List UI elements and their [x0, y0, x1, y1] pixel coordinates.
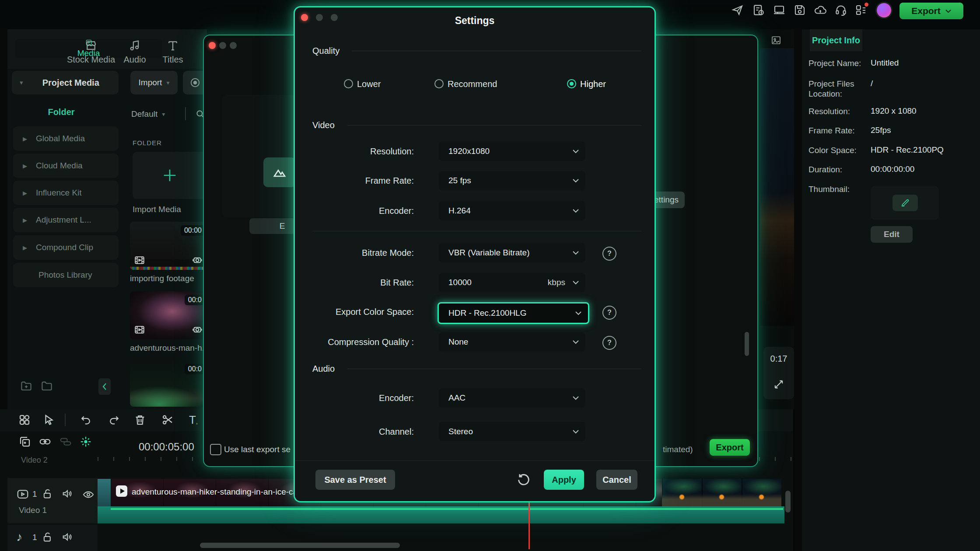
undo-icon[interactable] — [79, 413, 92, 426]
speaker-icon[interactable] — [61, 488, 74, 500]
resolution-select[interactable]: 1920x1080 — [439, 142, 585, 161]
folder-icon[interactable] — [40, 380, 53, 393]
radio-label[interactable]: Lower — [357, 79, 381, 89]
save-as-preset-button[interactable]: Save as Preset — [315, 470, 395, 490]
zoom-window-button[interactable] — [230, 42, 237, 49]
timeline-clip-aurora[interactable] — [662, 479, 781, 506]
radio-lower[interactable] — [344, 79, 353, 88]
help-icon[interactable]: ? — [602, 336, 616, 350]
fullscreen-expand-icon[interactable] — [773, 378, 785, 391]
dialog-scrollbar[interactable] — [745, 332, 749, 356]
collapse-panel-button[interactable] — [98, 378, 111, 395]
vertical-scrollbar[interactable] — [785, 491, 791, 513]
frame-rate-select[interactable]: 25 fps — [439, 171, 585, 190]
help-icon[interactable]: ? — [602, 247, 616, 261]
row-label: Channel: — [295, 427, 414, 437]
link-clip-icon[interactable] — [38, 435, 52, 448]
bit-rate-unit[interactable]: kbps — [548, 278, 565, 287]
section-video: Video — [312, 120, 335, 130]
elements-grid-icon[interactable] — [18, 413, 31, 426]
caret-right-icon: ▶ — [23, 190, 27, 196]
radio-label[interactable]: Recommend — [448, 79, 497, 89]
header-export-button[interactable]: Export — [900, 3, 963, 19]
media-panel: Media Stock Media Audio Titles Tran ▾ Pr… — [7, 29, 207, 409]
caret-right-icon: ▶ — [23, 163, 27, 169]
media-item-thumbnail[interactable]: 00:0 — [130, 291, 207, 339]
media-item-name: adventurous-man-h... — [130, 343, 207, 353]
save-icon[interactable] — [793, 3, 806, 17]
sort-dropdown[interactable]: Default ▾ — [131, 109, 165, 119]
keyframe-marker-icon[interactable] — [79, 435, 92, 448]
radio-label[interactable]: Higher — [580, 79, 606, 89]
audio-encoder-select[interactable]: AAC — [439, 388, 585, 408]
import-dropdown[interactable]: Import ▾ — [130, 71, 178, 94]
bit-rate-input[interactable]: 10000 kbps — [439, 273, 585, 292]
folder-subtab[interactable]: Folder — [26, 107, 96, 117]
export-confirm-button[interactable]: Export — [710, 439, 750, 456]
chevron-down-icon — [572, 178, 579, 183]
select-value: AAC — [448, 393, 466, 403]
close-window-button[interactable] — [209, 42, 216, 49]
lock-open-icon[interactable] — [42, 531, 54, 543]
info-value: 25fps — [871, 126, 891, 135]
task-list-icon[interactable] — [752, 3, 765, 17]
project-media-dropdown[interactable]: ▾ Project Media — [12, 71, 119, 94]
lock-open-icon[interactable] — [42, 488, 54, 500]
photo-icon[interactable] — [770, 35, 782, 45]
media-item-thumbnail[interactable]: 00:00 — [130, 222, 207, 270]
clip-fragment[interactable] — [98, 479, 111, 506]
sidebar-item-adjustment-layer[interactable]: ▶ Adjustment L... — [13, 208, 119, 232]
radio-higher[interactable] — [567, 79, 576, 88]
folder-column-header: FOLDER — [133, 139, 162, 146]
export-color-space-select[interactable]: HDR - Rec.2100HLG — [438, 302, 589, 324]
delete-trash-icon[interactable] — [133, 413, 147, 426]
divider — [65, 414, 66, 426]
device-icon[interactable] — [773, 3, 786, 17]
row-label: Encoder: — [295, 393, 414, 403]
help-icon[interactable]: ? — [602, 306, 616, 320]
clip-play-icon[interactable] — [116, 485, 127, 497]
edit-thumbnail-button[interactable] — [892, 195, 918, 211]
section-divider — [347, 369, 641, 369]
info-label: Color Space: — [808, 145, 869, 155]
edit-button[interactable]: Edit — [871, 226, 913, 243]
audio-icon — [128, 39, 141, 52]
import-media-tile[interactable] — [133, 152, 207, 199]
sidebar-item-compound-clip[interactable]: ▶ Compound Clip — [13, 235, 119, 260]
sidebar-item-global-media[interactable]: ▶ Global Media — [13, 126, 119, 151]
apply-button[interactable]: Apply — [544, 470, 584, 490]
row-label: Compression Quality : — [295, 337, 414, 347]
compression-quality-select[interactable]: None — [439, 332, 585, 352]
duplicate-clip-icon[interactable] — [18, 435, 32, 448]
bit-rate-value: 10000 — [448, 278, 472, 287]
sidebar-item-photos-library[interactable]: Photos Library — [13, 263, 119, 287]
workspace-grid-icon[interactable] — [854, 3, 868, 17]
encoder-select[interactable]: H.264 — [439, 201, 585, 220]
avatar[interactable] — [877, 3, 891, 17]
detach-clip-icon[interactable] — [59, 435, 72, 448]
cancel-button[interactable]: Cancel — [596, 470, 637, 490]
audio-channel-select[interactable]: Stereo — [439, 422, 585, 441]
speaker-icon[interactable] — [61, 531, 74, 543]
cloud-sync-icon[interactable] — [814, 3, 827, 17]
use-last-export-checkbox[interactable] — [210, 444, 221, 455]
split-scissors-icon[interactable] — [161, 413, 174, 426]
redo-icon[interactable] — [108, 413, 121, 426]
select-cursor-icon[interactable] — [42, 413, 56, 426]
support-headset-icon[interactable] — [834, 3, 847, 17]
import-label: Import — [139, 78, 162, 87]
horizontal-scrollbar[interactable] — [200, 543, 400, 548]
media-item-thumbnail[interactable]: 00:0 — [130, 360, 207, 407]
eye-icon[interactable] — [82, 488, 94, 501]
project-info-panel: Project Info Project Name: Untitled Proj… — [802, 29, 980, 551]
tab-project-info[interactable]: Project Info — [810, 29, 862, 51]
sidebar-item-influence-kit[interactable]: ▶ Influence Kit — [13, 181, 119, 205]
sidebar-item-cloud-media[interactable]: ▶ Cloud Media — [13, 153, 119, 178]
bitrate-mode-select[interactable]: VBR (Variable Bitrate) — [439, 243, 585, 262]
radio-recommend[interactable] — [434, 79, 444, 88]
reset-icon[interactable] — [516, 472, 531, 487]
send-icon[interactable] — [731, 3, 744, 17]
text-tool-icon[interactable]: T, — [189, 413, 202, 426]
minimize-window-button[interactable] — [219, 42, 226, 49]
new-folder-icon[interactable] — [20, 380, 33, 393]
